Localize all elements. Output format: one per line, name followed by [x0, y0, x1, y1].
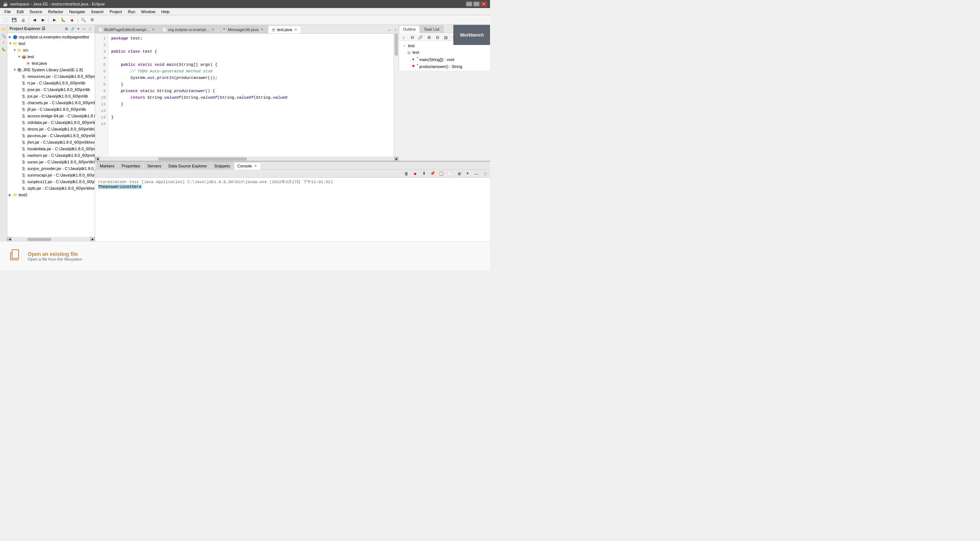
hscroll-track[interactable]	[12, 238, 90, 241]
tab-snippets[interactable]: Snippets	[211, 162, 233, 169]
outline-sort[interactable]: ↕	[400, 33, 408, 41]
menu-project[interactable]: Project	[107, 9, 125, 14]
tree-item-dnsns[interactable]: 🗜 dnsns.jar - C:\Java\jdk1.8.0_60\jre\li…	[7, 126, 95, 132]
tree-item-testjava[interactable]: ☕ test.java	[7, 60, 95, 67]
console-pin[interactable]: 📌	[429, 170, 437, 177]
menu-window[interactable]: Window	[138, 9, 158, 14]
tree-item-localedata[interactable]: 🗜 localedata.jar - C:\Java\jdk1.8.0_60\j…	[7, 146, 95, 152]
tree-item-jaccess[interactable]: 🗜 jaccess.jar - C:\Java\jdk1.8.0_60\jre\…	[7, 132, 95, 139]
tab-orgeclipse[interactable]: 📄 org.eclipse.ui.exampl... ✕	[159, 25, 219, 33]
tree-item-test-project[interactable]: ▼ 📁 test	[7, 40, 95, 47]
menu-file[interactable]: File	[2, 9, 14, 14]
tree-item-sunmscapi[interactable]: 🗜 sunmscapi.jar - C:\Java\jdk1.8.0_60\jr…	[7, 172, 95, 178]
tab-outline[interactable]: Outline	[399, 25, 420, 33]
outline-item-main[interactable]: ● * main(String[]) : void	[401, 56, 488, 62]
menu-search[interactable]: Search	[88, 9, 107, 14]
explorer-maximize[interactable]: □	[88, 26, 92, 32]
tab-close-msg[interactable]: ✕	[260, 27, 264, 32]
tab-markers[interactable]: Markers	[97, 162, 118, 169]
tab-messageutil[interactable]: ☕ MessageUtil.java ✕	[219, 25, 268, 33]
side-icon-explorer[interactable]: 📁	[1, 26, 6, 32]
tree-item-test2[interactable]: ▶ 📁 test2	[7, 192, 95, 198]
tree-item-jre[interactable]: ▼ 📚 JRE System Library [JavaSE-1.8]	[7, 67, 95, 73]
toolbar-search[interactable]: 🔍	[80, 16, 88, 24]
console-scroll[interactable]: ⬇	[420, 170, 428, 177]
menu-edit[interactable]: Edit	[14, 9, 27, 14]
toolbar-save[interactable]: 💾	[10, 16, 18, 24]
side-icon-search[interactable]: 🔍	[1, 33, 6, 39]
tab-testjava[interactable]: ☕ test.java ✕	[268, 25, 301, 33]
tab-properties[interactable]: Properties	[118, 162, 143, 169]
tree-item-sunjce[interactable]: 🗜 sunjce_provider.jar - C:\Java\jdk1.8.0…	[7, 165, 95, 172]
editor-hscroll-left[interactable]: ◀	[95, 157, 99, 161]
maximize-btn[interactable]: □	[473, 2, 480, 6]
outline-link[interactable]: 🔗	[417, 33, 425, 41]
toolbar-new[interactable]: 📄	[2, 16, 10, 24]
tree-item-jfr[interactable]: 🗜 jfr.jar - C:\Java\jdk1.8.0_60\jre\lib	[7, 106, 95, 113]
toolbar-back[interactable]: ◀	[30, 16, 38, 24]
tree-item-src[interactable]: ▼ 📁 src	[7, 47, 95, 53]
tree-item-sunpkcs[interactable]: 🗜 sunpkcs11.jar - C:\Java\jdk1.8.0_60\jr…	[7, 178, 95, 185]
tree-item-rt[interactable]: 🗜 rt.jar - C:\Java\jdk1.8.0_60\jre\lib	[7, 80, 95, 86]
toolbar-stop[interactable]: ■	[68, 16, 76, 24]
outline-filter[interactable]: ⊟	[408, 33, 416, 41]
tree-item-resources[interactable]: 🗜 resources.jar - C:\Java\jdk1.8.0_60\jr…	[7, 73, 95, 80]
outline-item-productanswer[interactable]: ■ * productanswer() : String	[401, 62, 488, 70]
editor-vscrollbar[interactable]	[393, 33, 399, 157]
tab-close-test[interactable]: ✕	[294, 27, 298, 32]
console-menu[interactable]: ▾	[464, 170, 472, 177]
tree-item-multipageeditor[interactable]: ▶ 🔵 org.eclipse.ui.examples.multipageedi…	[7, 33, 95, 40]
tree-item-access-bridge[interactable]: 🗜 access-bridge-64.jar - C:\Java\jdk1.8.…	[7, 113, 95, 119]
console-copy[interactable]: 📋	[438, 170, 445, 177]
tab-close-org[interactable]: ✕	[211, 27, 215, 32]
console-view[interactable]: 🖥	[455, 170, 463, 177]
tree-item-zipfs[interactable]: 🗜 zipfs.jar - C:\Java\jdk1.8.0_60\jre\li…	[7, 185, 95, 192]
explorer-collapse-all[interactable]: ⊟	[64, 26, 69, 32]
outline-item-test-inner[interactable]: ◎ test	[401, 49, 488, 56]
toolbar-print[interactable]: 🖨	[19, 16, 27, 24]
side-icon-git[interactable]: ⑂	[1, 40, 6, 45]
tree-item-sunec[interactable]: 🗜 sunec.jar - C:\Java\jdk1.8.0_60\jre\li…	[7, 159, 95, 165]
outline-expand[interactable]: ⊞	[425, 33, 433, 41]
tree-item-cldrdata[interactable]: 🗜 cldrdata.jar - C:\Java\jdk1.8.0_60\jre…	[7, 119, 95, 126]
tree-item-test-package[interactable]: ▼ 📦 test	[7, 53, 95, 60]
tree-item-jce[interactable]: 🗜 jce.jar - C:\Java\jdk1.8.0_60\jre\lib	[7, 93, 95, 100]
toolbar-forward[interactable]: ▶	[39, 16, 47, 24]
tree-item-charsets[interactable]: 🗜 charsets.jar - C:\Java\jdk1.8.0_60\jre…	[7, 100, 95, 106]
console-minimize[interactable]: —	[473, 170, 480, 177]
side-icon-debug[interactable]: 🐛	[1, 46, 6, 52]
editor-hscroll-right[interactable]: ▶	[394, 157, 399, 161]
editor-hscroll-track[interactable]	[99, 157, 394, 161]
hscroll-left[interactable]: ◀	[7, 237, 12, 242]
console-maximize[interactable]: □	[481, 170, 489, 177]
workbench-button[interactable]: Workbench	[453, 25, 490, 45]
menu-refactor[interactable]: Refactor	[45, 9, 67, 14]
menu-help[interactable]: Help	[158, 9, 173, 14]
menu-navigate[interactable]: Navigate	[66, 9, 88, 14]
menu-run[interactable]: Run	[125, 9, 138, 14]
tab-close-multi[interactable]: ✕	[151, 27, 156, 32]
explorer-link-editor[interactable]: 🔗	[70, 26, 75, 32]
tab-multipageeditor[interactable]: 📄 MultiPageEditorExampl... ✕	[95, 25, 159, 33]
tree-item-jfxrt[interactable]: 🗜 jfxrt.jar - C:\Java\jdk1.8.0_60\jre\li…	[7, 139, 95, 146]
editor-hscrollbar[interactable]: ◀ ▶	[95, 157, 399, 161]
toolbar-debug[interactable]: 🐛	[59, 16, 67, 24]
toolbar-settings[interactable]: ⚙	[88, 16, 96, 24]
minimize-btn[interactable]: —	[466, 2, 473, 6]
outline-hide-fields[interactable]: ▤	[442, 33, 450, 41]
console-stop[interactable]: ■	[411, 170, 419, 177]
outline-collapse[interactable]: ⊟	[433, 33, 441, 41]
tab-console-close[interactable]: ✕	[253, 164, 258, 168]
tree-item-nashorn[interactable]: 🗜 nashorn.jar - C:\Java\jdk1.8.0_60\jre\…	[7, 152, 95, 159]
hscroll-right[interactable]: ▶	[90, 237, 95, 242]
code-content[interactable]: package test; public class test { public…	[108, 33, 393, 157]
tab-console[interactable]: Console ✕	[234, 162, 261, 170]
explorer-hscrollbar[interactable]: ◀ ▶	[7, 237, 95, 241]
tab-tasklist[interactable]: Task List	[420, 25, 444, 33]
tree-item-jsse[interactable]: 🗜 jsse.jar - C:\Java\jdk1.8.0_60\jre\lib	[7, 86, 95, 93]
tab-servers[interactable]: Servers	[144, 162, 165, 169]
console-paste[interactable]: 📄	[446, 170, 454, 177]
explorer-menu[interactable]: ▾	[76, 26, 81, 32]
editor-minimize[interactable]: —	[387, 27, 392, 33]
explorer-minimize[interactable]: —	[81, 26, 87, 32]
